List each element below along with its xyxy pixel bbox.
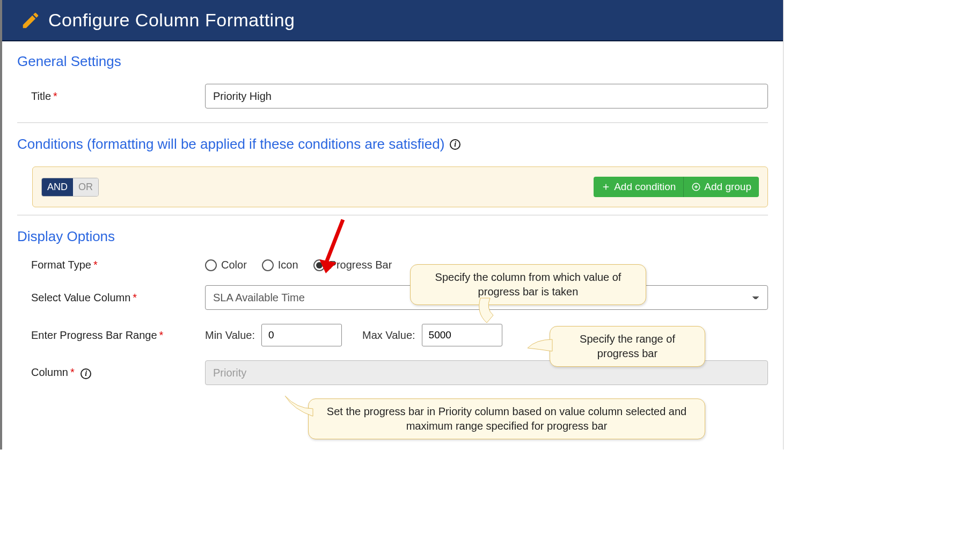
radio-circle-icon bbox=[262, 259, 274, 271]
radio-color[interactable]: Color bbox=[205, 259, 247, 271]
label-max-value: Max Value: bbox=[362, 329, 415, 342]
label-min-value: Min Value: bbox=[205, 329, 255, 342]
toggle-or[interactable]: OR bbox=[73, 178, 98, 196]
plus-icon bbox=[601, 182, 611, 192]
label-select-value-column: Select Value Column* bbox=[17, 292, 205, 304]
label-progress-range: Enter Progress Bar Range* bbox=[17, 329, 205, 342]
min-value-input[interactable] bbox=[261, 324, 342, 346]
and-or-toggle[interactable]: AND OR bbox=[41, 178, 99, 197]
info-icon[interactable]: i bbox=[81, 368, 91, 379]
label-format-type: Format Type* bbox=[17, 259, 205, 271]
title-input[interactable] bbox=[205, 84, 768, 108]
divider bbox=[17, 215, 768, 215]
add-group-button[interactable]: Add group bbox=[684, 177, 759, 197]
divider bbox=[17, 122, 768, 123]
section-display-title: Display Options bbox=[17, 228, 768, 245]
add-condition-button[interactable]: Add condition bbox=[594, 177, 684, 197]
callout-tail-icon bbox=[526, 336, 553, 358]
annotation-arrow-icon bbox=[316, 214, 359, 279]
annotation-callout-value-column: Specify the column from which value of p… bbox=[410, 264, 646, 305]
dialog-header: Configure Column Formatting bbox=[2, 0, 783, 41]
label-title: Title* bbox=[17, 90, 205, 103]
radio-icon[interactable]: Icon bbox=[262, 259, 298, 271]
format-type-radios: Color Icon Progress Bar bbox=[205, 259, 392, 271]
dialog-title: Configure Column Formatting bbox=[48, 10, 295, 31]
section-conditions-title: Conditions (formatting will be applied i… bbox=[17, 136, 768, 153]
row-format-type: Format Type* Color Icon Progress Bar bbox=[17, 259, 768, 271]
required-marker: * bbox=[53, 90, 57, 102]
info-icon[interactable]: i bbox=[450, 139, 460, 150]
section-general-title: General Settings bbox=[17, 53, 768, 70]
annotation-callout-range: Specify the range of progress bar bbox=[550, 326, 705, 367]
annotation-callout-column: Set the progress bar in Priority column … bbox=[308, 398, 705, 439]
conditions-buttons: Add condition Add group bbox=[594, 177, 759, 197]
radio-circle-icon bbox=[205, 259, 217, 271]
toggle-and[interactable]: AND bbox=[42, 178, 73, 196]
row-title: Title* bbox=[17, 84, 768, 108]
plus-circle-icon bbox=[691, 182, 701, 192]
row-select-value-column: Select Value Column* SLA Available Time bbox=[17, 285, 768, 310]
pencil-icon bbox=[20, 10, 41, 31]
label-column: Column* i bbox=[17, 366, 205, 379]
callout-tail-icon bbox=[475, 297, 507, 329]
callout-tail-icon bbox=[283, 394, 315, 421]
range-inputs: Min Value: Max Value: bbox=[205, 324, 502, 346]
conditions-panel: AND OR Add condition Add group bbox=[32, 166, 768, 207]
